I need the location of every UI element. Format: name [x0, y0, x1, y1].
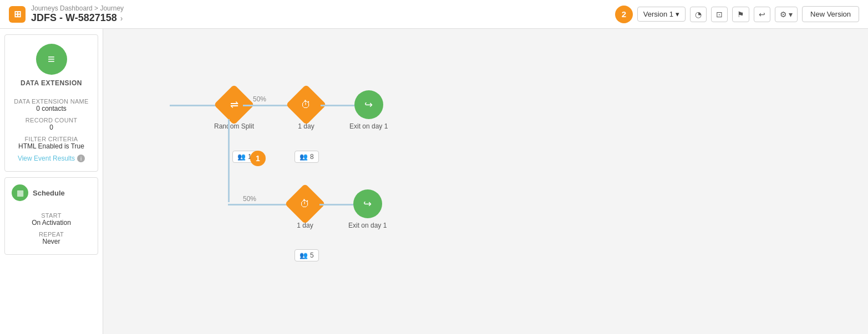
filter-label: FILTER CRITERIA	[12, 136, 91, 142]
sidebar: ≡ DATA EXTENSION DATA EXTENSION NAME 0 c…	[0, 29, 103, 334]
bottom-wait-count: 👥 5	[295, 249, 319, 261]
start-label: START	[12, 212, 91, 219]
top-wait-node[interactable]: ⏱ 1 day	[292, 90, 321, 130]
people-icon: 👥	[237, 153, 246, 161]
bottom-pct-label: 50%	[243, 195, 256, 203]
top-wait-count: 👥 8	[295, 151, 319, 163]
exit-icon-2: ↪	[363, 198, 372, 210]
top-exit-label: Exit on day 1	[349, 122, 388, 130]
connector-vertical	[228, 119, 230, 202]
step-number-badge: 1	[250, 151, 266, 166]
schedule-panel: ▦ Schedule START On Activation REPEAT Ne…	[4, 177, 98, 255]
split-icon: ⇌	[230, 99, 238, 111]
journey-canvas: ⇌ Random Split 1 👥 13 ⏱ 1 day	[103, 29, 868, 334]
flag-icon: ⚑	[737, 10, 744, 19]
top-exit-node[interactable]: ↪ Exit on day 1	[349, 90, 388, 130]
name-value: 0 contacts	[12, 105, 91, 112]
header-left: ⊞ Journeys Dashboard > Journey JDFS - W-…	[9, 4, 124, 24]
app-logo: ⊞	[9, 6, 26, 23]
chevron-down-icon: ▾	[676, 10, 679, 18]
data-extension-icon[interactable]: ≡	[36, 44, 67, 75]
connector-bottom-h	[228, 204, 292, 205]
data-extension-title: DATA EXTENSION	[21, 79, 82, 87]
clock-icon: ⏱	[301, 99, 311, 111]
version-dropdown[interactable]: Version 1 ▾	[637, 7, 686, 22]
page-title: JDFS - W-5827158 ›	[31, 12, 124, 24]
filter-value: HTML Enabled is True	[12, 142, 91, 150]
chevron-down-icon: ▾	[789, 10, 793, 19]
repeat-label: REPEAT	[12, 231, 91, 238]
camera-icon-button[interactable]: ⊡	[711, 7, 728, 22]
journey-container: ⇌ Random Split 1 👥 13 ⏱ 1 day	[114, 40, 857, 317]
people-icon-2: 👥	[300, 153, 308, 161]
schedule-body: START On Activation REPEAT Never	[5, 212, 98, 245]
share-icon: ↩	[759, 10, 765, 19]
bottom-exit-node[interactable]: ↪ Exit on day 1	[348, 189, 387, 229]
chart-icon: ◔	[695, 10, 702, 19]
main-content: ≡ DATA EXTENSION DATA EXTENSION NAME 0 c…	[0, 29, 868, 334]
name-label: DATA EXTENSION NAME	[12, 98, 91, 105]
share-icon-button[interactable]: ↩	[754, 7, 770, 22]
new-version-button[interactable]: New Version	[802, 6, 859, 22]
record-label: RECORD COUNT	[12, 117, 91, 124]
flag-icon-button[interactable]: ⚑	[732, 7, 749, 22]
exit-icon: ↪	[364, 99, 373, 111]
app-header: ⊞ Journeys Dashboard > Journey JDFS - W-…	[0, 0, 868, 29]
info-icon: i	[77, 155, 85, 162]
view-event-results-link[interactable]: View Event Results i	[12, 155, 91, 162]
list-icon: ≡	[48, 52, 55, 66]
bottom-exit-label: Exit on day 1	[348, 222, 387, 229]
start-value: On Activation	[12, 219, 91, 227]
repeat-value: Never	[12, 238, 91, 245]
clock-icon-2: ⏱	[300, 198, 310, 210]
data-extension-panel: ≡ DATA EXTENSION DATA EXTENSION NAME 0 c…	[4, 34, 98, 172]
top-exit-circle[interactable]: ↪	[354, 90, 383, 119]
grid-icon: ⊞	[14, 9, 21, 19]
random-split-node[interactable]: ⇌ Random Split	[214, 90, 254, 130]
people-icon-3: 👥	[300, 251, 308, 259]
schedule-icon[interactable]: ▦	[12, 184, 28, 201]
breadcrumb: Journeys Dashboard > Journey	[31, 4, 124, 12]
camera-icon: ⊡	[716, 10, 723, 19]
schedule-title: Schedule	[33, 189, 65, 197]
schedule-header: ▦ Schedule	[5, 178, 98, 208]
connector-top-1	[243, 105, 293, 106]
bottom-exit-circle[interactable]: ↪	[353, 189, 382, 218]
top-pct-label: 50%	[253, 95, 266, 103]
panel-body: DATA EXTENSION NAME 0 contacts RECORD CO…	[5, 91, 98, 165]
bottom-wait-node[interactable]: ⏱ 1 day	[291, 189, 319, 229]
calendar-icon: ▦	[17, 188, 24, 197]
title-chevron: ›	[120, 14, 123, 23]
gear-icon-button[interactable]: ⚙ ▾	[775, 7, 798, 22]
connector-start	[170, 105, 220, 106]
gear-icon: ⚙	[780, 10, 787, 19]
record-value: 0	[12, 124, 91, 131]
chart-icon-button[interactable]: ◔	[690, 7, 707, 22]
panel-header: ≡ DATA EXTENSION	[5, 35, 98, 91]
notification-badge[interactable]: 2	[615, 6, 633, 23]
header-right: 2 Version 1 ▾ ◔ ⊡ ⚑ ↩ ⚙ ▾ New Version	[615, 6, 859, 23]
